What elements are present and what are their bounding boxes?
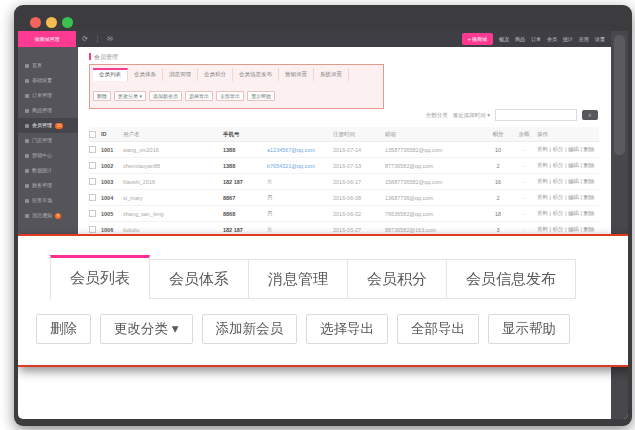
sidebar-item-icon [25,94,29,98]
col-header-id[interactable]: ID [101,131,123,137]
tab-message-mgmt[interactable]: 消息管理 [163,68,198,81]
topbar-menu-item[interactable]: 应用 [579,36,589,42]
topbar-menu-item[interactable]: 设置 [595,36,605,42]
email-link[interactable]: b7654321@qq.com [267,163,333,169]
sidebar-item[interactable]: 门店管理 [18,133,78,148]
sidebar-item-icon [25,169,29,173]
more-icon[interactable]: ⋮ [94,35,107,42]
topbar-menu-item[interactable]: 订单 [531,36,541,42]
member-tabs: 会员列表 会员体系 消息管理 会员积分 会员信息发布 营销设置 系统设置 [93,68,349,81]
show-help-button[interactable]: 显示帮助 [247,91,275,101]
topbar-menu-item[interactable]: 统计 [563,36,573,42]
sidebar-item-label: 会员管理 [32,122,52,128]
row-actions[interactable]: 资料 | 积分 | 编辑 | 删除 [537,162,599,169]
sidebar-item-label: 首页 [32,62,42,68]
minimize-button[interactable] [46,17,57,28]
col-header-actions[interactable]: 操作 [537,131,599,138]
sidebar-item-label: 财务管理 [32,182,52,188]
delete-button[interactable]: 删除 [93,91,111,101]
table-row[interactable]: 1003lilaoshi_2016182 187女2016-06-1715887… [89,174,599,190]
col-header-username[interactable]: 用户名 [123,131,223,138]
col-header-phone[interactable]: 手机号 [223,131,267,138]
export-selected-button[interactable]: 选择导出 [185,91,213,101]
row-checkbox[interactable] [89,210,101,217]
topbar-menu-item[interactable]: 会员 [547,36,557,42]
row-actions[interactable]: 资料 | 积分 | 编辑 | 删除 [537,226,599,233]
change-category-button[interactable]: 更改分类 ▾ [114,91,146,101]
tab-system-settings[interactable]: 系统设置 [314,68,349,81]
sidebar-item-icon [25,79,29,83]
refresh-icon[interactable]: ⟳ [82,35,94,42]
search-input[interactable] [495,109,577,121]
mail-icon[interactable]: ✉ [107,35,119,42]
col-header-register-date[interactable]: 注册时间 [333,131,385,138]
table-row[interactable]: 1004st_mary8867男2016-06-0813687736@qq.co… [89,190,599,206]
delete-button[interactable]: 删除 [36,314,91,344]
row-checkbox[interactable] [89,162,101,169]
tab-member-info-publish[interactable]: 会员信息发布 [233,68,279,81]
select-all-checkbox[interactable] [89,131,101,138]
tab-message-mgmt[interactable]: 消息管理 [248,259,348,299]
tab-member-system[interactable]: 会员体系 [128,68,163,81]
tab-member-list[interactable]: 会员列表 [93,68,128,81]
add-member-button[interactable]: 添加新会员 [202,314,298,344]
row-checkbox[interactable] [89,194,101,201]
sidebar-item-label: 订单管理 [32,92,52,98]
sidebar-item[interactable]: 财务管理 [18,178,78,193]
callout-toolbar: 删除 更改分类 ▾ 添加新会员 选择导出 全部导出 显示帮助 [36,314,570,344]
sidebar-item[interactable]: 消息通知9 [18,208,78,223]
sort-select[interactable]: 最近添加时间 ▾ [453,112,490,119]
maximize-button[interactable] [62,17,73,28]
export-selected-button[interactable]: 选择导出 [306,314,388,344]
admin-logo: 微商城管理 [18,31,76,47]
table-row[interactable]: 1001wang_xm20161388a1234567@qq.com2016-0… [89,142,599,158]
export-all-button[interactable]: 全部导出 [397,314,479,344]
sidebar-item-label: 门店管理 [32,137,52,143]
row-actions[interactable]: 资料 | 积分 | 编辑 | 删除 [537,210,599,217]
email-link[interactable]: a1234567@qq.com [267,147,333,153]
sidebar-item[interactable]: 商品管理 [18,103,78,118]
table-row[interactable]: 1005zhang_san_feng8868男2016-06-027663658… [89,206,599,222]
sidebar-item-label: 商品管理 [32,107,52,113]
col-header-points[interactable]: 积分 [485,131,511,138]
topbar-menu-item[interactable]: 商品 [515,36,525,42]
col-header-balance[interactable]: 余额 [511,131,537,138]
sidebar-item[interactable]: 数据统计 [18,163,78,178]
tab-member-system[interactable]: 会员体系 [149,259,249,299]
tab-marketing-settings[interactable]: 营销设置 [279,68,314,81]
sidebar-item-icon [25,214,29,218]
scrollbar-thumb[interactable] [614,35,625,155]
sidebar-item[interactable]: 首页 [18,58,78,73]
topbar-action-button[interactable]: + 微商城 [462,33,493,45]
sidebar-item[interactable]: 应用市场 [18,193,78,208]
row-actions[interactable]: 资料 | 积分 | 编辑 | 删除 [537,194,599,201]
add-member-button[interactable]: 添加新会员 [149,91,182,101]
sidebar-item-members-active[interactable]: 会员管理12 [18,118,78,133]
change-category-button[interactable]: 更改分类 ▾ [100,314,193,344]
title-accent-bar [89,53,91,60]
category-filter-label[interactable]: 全部分类 [426,112,448,119]
row-actions[interactable]: 资料 | 积分 | 编辑 | 删除 [537,178,599,185]
col-header-email[interactable]: 邮箱 [385,131,485,138]
table-row[interactable]: 1002chenxiaoyan881388b7654321@qq.com2016… [89,158,599,174]
row-checkbox[interactable] [89,146,101,153]
sidebar-item-icon [25,124,29,128]
sidebar-item-icon [25,154,29,158]
tab-member-points[interactable]: 会员积分 [198,68,233,81]
show-help-button[interactable]: 显示帮助 [488,314,570,344]
export-all-button[interactable]: 全部导出 [216,91,244,101]
search-button[interactable]: ⌕ [582,110,598,120]
row-actions[interactable]: 资料 | 积分 | 编辑 | 删除 [537,146,599,153]
close-button[interactable] [30,17,41,28]
sidebar-item[interactable]: 订单管理 [18,88,78,103]
tab-member-list[interactable]: 会员列表 [50,255,150,300]
window-titlebar[interactable] [14,5,632,31]
tab-member-info-publish[interactable]: 会员信息发布 [446,259,576,299]
sidebar-item[interactable]: 基础设置 [18,73,78,88]
row-checkbox[interactable] [89,178,101,185]
tab-member-points[interactable]: 会员积分 [347,259,447,299]
admin-topbar: 微商城管理 ⟳⋮✉ + 微商城 概况 商品 订单 会员 统计 应用 设置 [18,31,611,47]
sidebar-item[interactable]: 营销中心 [18,148,78,163]
topbar-menu-item[interactable]: 概况 [499,36,509,42]
row-checkbox[interactable] [89,226,101,233]
